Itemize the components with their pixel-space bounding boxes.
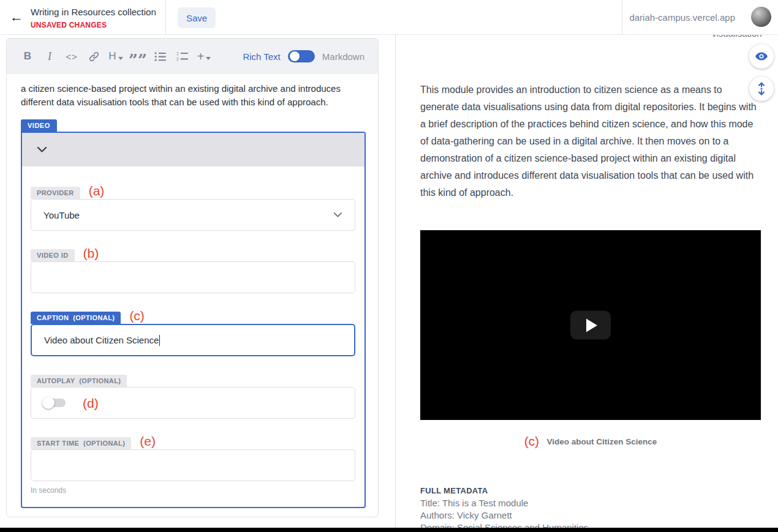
annotation-c-preview: (c) bbox=[524, 434, 540, 448]
editor-mode-switch: Rich Text Markdown bbox=[243, 50, 368, 62]
topbar-divider bbox=[165, 0, 166, 35]
video-player[interactable] bbox=[420, 230, 761, 420]
autoplay-control: (d) bbox=[31, 387, 355, 419]
add-block-button[interactable]: + bbox=[193, 45, 215, 67]
video-id-input[interactable] bbox=[31, 261, 355, 293]
vertical-arrows-icon bbox=[754, 81, 769, 96]
rich-text-label[interactable]: Rich Text bbox=[243, 51, 280, 62]
chevron-down-icon bbox=[37, 146, 47, 153]
annotation-e: (e) bbox=[140, 435, 156, 448]
text-cursor bbox=[159, 335, 160, 346]
bullet-list-icon bbox=[154, 51, 166, 62]
avatar[interactable] bbox=[751, 7, 771, 27]
markdown-label[interactable]: Markdown bbox=[322, 51, 364, 62]
bottom-bar bbox=[0, 528, 778, 532]
bold-button[interactable]: B bbox=[17, 45, 39, 67]
numbered-list-icon: 1 2 bbox=[176, 51, 188, 62]
metadata-title: Title: This is a Test module bbox=[420, 499, 761, 508]
annotation-d: (d) bbox=[83, 397, 99, 410]
numbered-list-button[interactable]: 1 2 bbox=[171, 45, 193, 67]
heading-icon: H bbox=[108, 50, 116, 62]
video-block-collapse-header[interactable] bbox=[22, 133, 364, 167]
provider-select[interactable]: YouTube bbox=[31, 199, 355, 231]
svg-text:1: 1 bbox=[176, 51, 179, 56]
heading-button[interactable]: H bbox=[105, 45, 127, 67]
toggle-knob bbox=[42, 397, 55, 409]
page-title: Writing in Resources collection bbox=[31, 7, 156, 17]
autoplay-toggle[interactable] bbox=[43, 397, 67, 409]
plus-icon: + bbox=[197, 50, 205, 64]
play-button[interactable] bbox=[570, 311, 611, 340]
preview-content: This module provides an introduction to … bbox=[420, 35, 761, 528]
provider-label: PROVIDER bbox=[31, 187, 80, 199]
quote-icon: ”” bbox=[129, 57, 147, 63]
start-time-label: START TIME (OPTIONAL) bbox=[31, 437, 131, 449]
editor-toolbar: B I <> H ”” 1 2 bbox=[7, 39, 378, 74]
back-arrow-icon[interactable]: ← bbox=[10, 10, 23, 24]
caption-field: CAPTION (OPTIONAL) (c) Video about Citiz… bbox=[31, 307, 356, 356]
preview-visibility-button[interactable] bbox=[749, 44, 774, 69]
code-icon: <> bbox=[66, 51, 78, 62]
annotation-b: (b) bbox=[83, 247, 99, 260]
caption-label: CAPTION (OPTIONAL) bbox=[31, 312, 121, 324]
video-caption: Video about Citizen Science bbox=[547, 437, 657, 446]
code-button[interactable]: <> bbox=[61, 45, 83, 67]
video-id-field: VIDEO ID (b) bbox=[31, 245, 356, 293]
topbar-divider bbox=[622, 0, 622, 35]
metadata-authors: Authors: Vicky Garnett bbox=[420, 511, 761, 520]
chevron-down-icon bbox=[118, 57, 123, 60]
topbar: ← Writing in Resources collection UNSAVE… bbox=[0, 0, 778, 35]
video-id-label: VIDEO ID bbox=[31, 249, 75, 261]
site-label: dariah-campus.vercel.app bbox=[629, 12, 735, 23]
svg-text:2: 2 bbox=[176, 57, 179, 61]
preview-panel: visualisation This module provides an in… bbox=[396, 35, 778, 528]
caption-value: Video about Citizen Science bbox=[44, 335, 159, 345]
bullet-list-button[interactable] bbox=[149, 45, 171, 67]
full-metadata-heading: FULL METADATA bbox=[420, 486, 761, 495]
start-time-hint: In seconds bbox=[31, 486, 356, 495]
screen: ← Writing in Resources collection UNSAVE… bbox=[0, 0, 778, 532]
metadata-domain: Domain: Social Sciences and Humanities bbox=[420, 523, 761, 528]
editor-body[interactable]: a citizen science-based project within a… bbox=[7, 74, 378, 508]
caption-input[interactable]: Video about Citizen Science bbox=[31, 324, 355, 356]
quote-button[interactable]: ”” bbox=[127, 45, 149, 67]
save-button[interactable]: Save bbox=[178, 7, 216, 28]
bold-icon: B bbox=[24, 50, 31, 62]
video-block-tab: VIDEO bbox=[21, 119, 57, 132]
scroll-sync-button[interactable] bbox=[749, 77, 774, 101]
play-icon bbox=[586, 318, 597, 332]
start-time-field: START TIME (OPTIONAL) (e) In seconds bbox=[31, 433, 356, 495]
link-icon bbox=[88, 51, 100, 62]
video-block-body: PROVIDER (a) YouTube VIDEO ID bbox=[22, 167, 364, 507]
link-button[interactable] bbox=[83, 45, 105, 67]
video-caption-row: (c) Video about Citizen Science bbox=[420, 433, 761, 447]
provider-field: PROVIDER (a) YouTube bbox=[31, 182, 356, 231]
annotation-c: (c) bbox=[129, 309, 145, 322]
provider-value: YouTube bbox=[43, 210, 80, 220]
chevron-down-icon bbox=[333, 212, 342, 218]
italic-icon: I bbox=[48, 50, 51, 63]
unsaved-changes-status: UNSAVED CHANGES bbox=[31, 21, 107, 29]
autoplay-field: AUTOPLAY (OPTIONAL) (d) bbox=[31, 370, 356, 419]
toggle-knob bbox=[290, 51, 300, 61]
chevron-down-icon bbox=[206, 57, 211, 60]
preview-paragraph: This module provides an introduction to … bbox=[420, 81, 761, 201]
annotation-a: (a) bbox=[89, 184, 105, 197]
editor-panel: B I <> H ”” 1 2 bbox=[6, 38, 379, 517]
italic-button[interactable]: I bbox=[39, 45, 61, 67]
eye-icon bbox=[754, 49, 769, 64]
rich-markdown-toggle[interactable] bbox=[288, 50, 315, 62]
editor-paragraph[interactable]: a citizen science-based project within a… bbox=[21, 82, 364, 109]
autoplay-label: AUTOPLAY (OPTIONAL) bbox=[31, 375, 127, 387]
start-time-input[interactable] bbox=[31, 449, 355, 481]
video-block: PROVIDER (a) YouTube VIDEO ID bbox=[21, 132, 366, 508]
